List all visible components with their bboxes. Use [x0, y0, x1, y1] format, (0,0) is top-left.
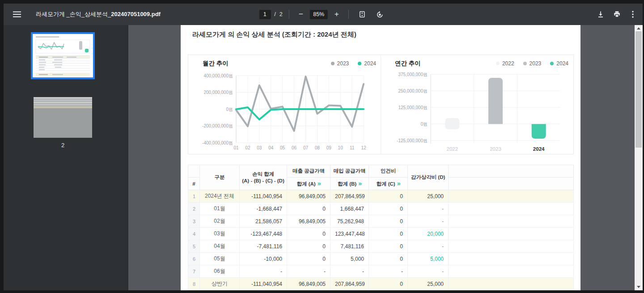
page-separator: / — [274, 11, 275, 17]
row-value-cell: 25,000 — [408, 278, 449, 290]
svg-text:-200,000,000원: -200,000,000원 — [202, 123, 233, 128]
row-empty-cell — [449, 278, 574, 290]
pdf-toolbar: 라셰모가게 _손익_상세분석_202407051009.pdf 1 / 2 − … — [4, 4, 643, 25]
rotate-counterclockwise-icon — [376, 11, 384, 18]
zoom-out-button[interactable]: − — [296, 9, 306, 20]
monthly-legend: 20232024 — [309, 60, 376, 67]
row-value-cell: 5,000 — [408, 253, 449, 265]
header-category: 구분 — [200, 165, 240, 190]
expand-icon: » — [358, 180, 361, 187]
print-icon — [613, 11, 621, 18]
table-row: 605월-10,00005,00005,000 — [188, 253, 574, 265]
row-value-cell: 0 — [369, 190, 408, 203]
svg-text:08: 08 — [315, 145, 320, 150]
row-number-cell: 7 — [188, 265, 200, 278]
row-category-cell: 04월 — [200, 240, 240, 253]
row-value-cell: -111,040,954 — [240, 190, 287, 203]
svg-text:11: 11 — [350, 145, 355, 150]
table-row: 302월21,586,05796,849,00575,262,9480- — [188, 215, 574, 228]
svg-text:2024: 2024 — [533, 146, 545, 152]
table-header: 구분 손익 합계(A) - (B) - (C) - (D) 매출 공급가액 매입… — [188, 165, 574, 190]
row-value-cell: - — [408, 240, 449, 253]
menu-button[interactable] — [10, 7, 24, 21]
monthly-chart-title: 월간 추이 — [203, 59, 229, 68]
row-value-cell: 96,849,005 — [287, 190, 330, 203]
fit-page-icon — [359, 11, 366, 18]
table-row: 8상반기-111,040,95496,849,005207,864,959025… — [188, 278, 574, 290]
row-empty-cell — [449, 203, 574, 215]
row-category-cell: 06월 — [200, 265, 240, 278]
expand-icon: » — [397, 180, 400, 187]
row-value-cell: -10,000 — [240, 253, 287, 265]
legend-dot-icon — [331, 62, 335, 65]
header-purchase-sub: 합계 (B)» — [330, 178, 369, 190]
svg-text:06: 06 — [292, 145, 297, 150]
legend-item: 2024 — [358, 60, 376, 67]
scroll-up-arrow-icon[interactable] — [637, 27, 640, 30]
legend-item: 2022 — [496, 60, 514, 67]
svg-text:2023: 2023 — [490, 146, 501, 152]
row-number-cell: 4 — [188, 228, 200, 240]
row-value-cell: -123,467,448 — [240, 228, 287, 240]
page-2-thumbnail[interactable] — [34, 97, 92, 138]
zoom-in-button[interactable]: + — [331, 9, 342, 20]
row-value-cell: 0 — [287, 240, 330, 253]
kebab-menu-icon — [632, 11, 634, 18]
row-value-cell: 207,864,959 — [330, 190, 369, 203]
row-value-cell: - — [369, 265, 408, 278]
row-value-cell: 0 — [287, 203, 330, 215]
page-1-thumbnail[interactable] — [31, 32, 95, 79]
header-pl-total: 손익 합계(A) - (B) - (C) - (D) — [240, 165, 287, 190]
legend-item: 2024 — [550, 60, 568, 67]
scroll-down-arrow-icon[interactable] — [637, 286, 640, 288]
row-empty-cell — [449, 215, 574, 228]
row-value-cell: 0 — [369, 278, 408, 290]
row-category-cell: 상반기 — [200, 278, 240, 290]
legend-dot-icon — [496, 62, 500, 65]
table-row: 12024년 전체-111,040,95496,849,005207,864,9… — [188, 190, 574, 203]
scrollbar-thumb[interactable] — [636, 31, 642, 148]
chart-panel-divider — [381, 55, 381, 154]
row-value-cell: - — [408, 265, 449, 278]
svg-text:12: 12 — [361, 145, 366, 150]
download-button[interactable] — [593, 7, 608, 21]
row-value-cell: 7,481,116 — [330, 240, 369, 253]
row-value-cell: 25,000 — [408, 190, 449, 203]
row-empty-cell — [449, 253, 574, 265]
more-options-button[interactable] — [626, 7, 640, 21]
row-category-cell: 01월 — [200, 203, 240, 215]
page-2-preview — [34, 97, 92, 138]
row-value-cell: 1,668,447 — [330, 203, 369, 215]
annual-legend: 202220232024 — [466, 60, 568, 67]
monthly-trend-chart: 010203040506070809101112400,000,000원200,… — [194, 71, 377, 154]
hamburger-icon — [13, 11, 21, 17]
zoom-level-input[interactable]: 85% — [310, 10, 328, 19]
row-value-cell: 0 — [369, 253, 408, 265]
page-total: 2 — [280, 11, 283, 17]
svg-text:02: 02 — [245, 145, 250, 150]
svg-text:125,000,000원: 125,000,000원 — [398, 105, 428, 110]
profit-loss-table: 구분 손익 합계(A) - (B) - (C) - (D) 매출 공급가액 매입… — [188, 165, 574, 290]
row-value-cell: - — [408, 203, 449, 215]
table-row: 201월-1,668,44701,668,4470- — [188, 203, 574, 215]
legend-dot-icon — [550, 62, 554, 65]
fit-page-button[interactable] — [355, 7, 369, 21]
row-number-cell: 5 — [188, 240, 200, 253]
row-value-cell: 75,262,948 — [330, 215, 369, 228]
print-button[interactable] — [610, 7, 624, 21]
svg-text:-125,000,000원: -125,000,000원 — [397, 138, 428, 143]
row-value-cell: 0 — [287, 228, 330, 240]
svg-text:03: 03 — [257, 145, 262, 150]
row-number-cell: 1 — [188, 190, 200, 203]
header-labor: 인건비 — [369, 165, 408, 178]
table-row: 504월-7,481,11607,481,1160- — [188, 240, 574, 253]
row-value-cell: 20,000 — [408, 228, 449, 240]
row-value-cell: 0 — [369, 240, 408, 253]
row-value-cell: 96,849,005 — [287, 215, 330, 228]
svg-text:01: 01 — [233, 145, 239, 150]
report-title: 라셰모가게 의 손익 상세 분석 (조회기간 : 2024년 전체) — [192, 30, 356, 39]
rotate-button[interactable] — [373, 7, 387, 21]
row-empty-cell — [449, 240, 574, 253]
page-number-input[interactable]: 1 — [259, 10, 271, 19]
vertical-scrollbar[interactable] — [635, 25, 643, 290]
